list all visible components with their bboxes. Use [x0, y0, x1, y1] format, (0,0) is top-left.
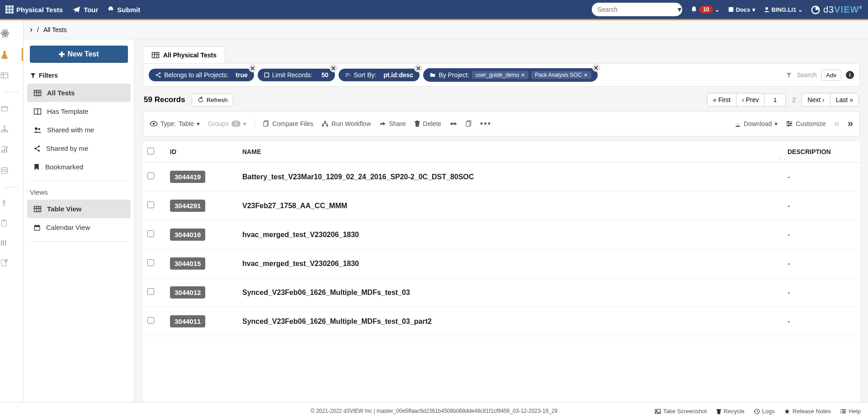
share-button[interactable]: Share: [379, 120, 406, 127]
row-name[interactable]: Synced_V23Feb06_1626_Multiple_MDFs_test_…: [238, 278, 783, 307]
global-search[interactable]: ▼: [592, 3, 682, 16]
pager-next[interactable]: Next ›: [802, 93, 830, 107]
scroll-right-icon[interactable]: »: [848, 118, 853, 130]
app-title[interactable]: Physical Tests: [5, 5, 63, 14]
row-checkbox[interactable]: [147, 201, 154, 208]
id-badge[interactable]: 3044012: [170, 286, 205, 299]
tour-button[interactable]: Tour: [72, 6, 98, 14]
workflow-button[interactable]: Run Workflow: [321, 120, 371, 127]
rail-atom[interactable]: [0, 28, 23, 38]
tab-all-physical-tests[interactable]: All Physical Tests: [143, 47, 225, 63]
chip-close-icon[interactable]: ✕: [330, 64, 338, 72]
left-panel: ✚ New Test Filters All Tests Has Templat…: [24, 20, 135, 402]
rail-edit[interactable]: [0, 259, 23, 267]
type-selector[interactable]: Type: Table ▾: [150, 120, 200, 127]
new-test-button[interactable]: ✚ New Test: [30, 46, 128, 63]
chip-project[interactable]: By Project: user_guide_demo ✕ Pack Analy…: [423, 68, 597, 82]
rail-box[interactable]: [0, 104, 23, 113]
pager-current[interactable]: [764, 93, 786, 107]
row-checkbox[interactable]: [147, 288, 154, 295]
id-badge[interactable]: 3044291: [170, 200, 205, 212]
delete-button[interactable]: Delete: [414, 120, 441, 127]
id-badge[interactable]: 3044016: [170, 229, 205, 241]
logo[interactable]: d3VIEW®: [811, 5, 863, 15]
svg-point-42: [38, 128, 41, 130]
col-description[interactable]: DESCRIPTION: [783, 141, 860, 163]
groups-selector[interactable]: Groups 0 ▾: [208, 120, 247, 127]
info-icon[interactable]: i: [846, 71, 854, 79]
rail-db[interactable]: [0, 166, 23, 175]
chip-close-icon[interactable]: ✕: [414, 64, 422, 72]
more-button[interactable]: •••: [480, 119, 491, 129]
row-name[interactable]: Battery_test_V23Mar10_1209_02_24_2016_SP…: [238, 163, 783, 191]
docs-menu[interactable]: Docs ▾: [728, 6, 755, 13]
chip-limit[interactable]: Limit Records: 50 ✕: [258, 69, 335, 81]
row-name[interactable]: V23Feb27_1758_AA_CC_MMM: [238, 191, 783, 220]
global-search-input[interactable]: [597, 6, 676, 13]
id-badge[interactable]: 3044011: [170, 315, 205, 327]
chip-close-icon[interactable]: ✕: [249, 64, 257, 72]
copy-button[interactable]: [466, 120, 472, 127]
caret-down-icon: ▾: [774, 120, 778, 127]
row-checkbox[interactable]: [147, 259, 154, 266]
row-name[interactable]: Synced_V23Feb06_1626_Multiple_MDFs_test_…: [238, 307, 783, 336]
chip-belongs[interactable]: Belongs to all Projects: true ✕: [149, 69, 254, 81]
view-calendar[interactable]: Calendar View: [27, 218, 131, 237]
col-id[interactable]: ID: [165, 141, 238, 163]
rail-table[interactable]: [0, 71, 23, 80]
search-dropdown-icon[interactable]: ▼: [676, 6, 683, 13]
svg-line-47: [36, 149, 38, 150]
rail-rocket[interactable]: [0, 199, 23, 207]
row-checkbox[interactable]: [147, 317, 154, 324]
table-row[interactable]: 3044419 Battery_test_V23Mar10_1209_02_24…: [143, 163, 860, 191]
table-row[interactable]: 3044012 Synced_V23Feb06_1626_Multiple_MD…: [143, 278, 860, 307]
id-badge[interactable]: 3044015: [170, 257, 205, 270]
expand-button[interactable]: [449, 121, 458, 126]
row-checkbox[interactable]: [147, 173, 154, 179]
breadcrumb-current[interactable]: All Tests: [43, 26, 67, 33]
select-all-checkbox[interactable]: [147, 148, 154, 154]
filter-has-template[interactable]: Has Template: [27, 102, 131, 121]
tag-remove-icon[interactable]: ✕: [584, 72, 588, 78]
row-name[interactable]: hvac_merged_test_V230206_1830: [238, 249, 783, 278]
refresh-button[interactable]: Refresh: [192, 93, 234, 107]
breadcrumb-back-icon[interactable]: ›: [30, 25, 33, 34]
rail-tree[interactable]: [0, 125, 23, 134]
rail-bars[interactable]: [0, 239, 23, 247]
submit-button[interactable]: Submit: [107, 6, 140, 14]
rail-flask[interactable]: [0, 50, 23, 59]
table-row[interactable]: 3044291 V23Feb27_1758_AA_CC_MMM -: [143, 191, 860, 220]
chip-close-icon[interactable]: ✕: [592, 64, 600, 72]
svg-rect-35: [34, 90, 41, 96]
row-checkbox[interactable]: [147, 230, 154, 237]
pager-first[interactable]: « First: [707, 93, 736, 107]
customize-button[interactable]: Customize: [786, 120, 826, 127]
table-row[interactable]: 3044015 hvac_merged_test_V230206_1830 -: [143, 249, 860, 278]
view-table[interactable]: Table View: [27, 200, 131, 218]
filter-shared-by-me[interactable]: Shared by me: [27, 139, 131, 158]
user-menu[interactable]: BING.LI1 ⌄: [764, 6, 803, 13]
col-name[interactable]: NAME⋰: [238, 141, 783, 163]
compare-button[interactable]: Compare Files: [263, 120, 313, 127]
download-button[interactable]: Download ▾: [735, 120, 778, 127]
adv-button[interactable]: Adv: [821, 70, 841, 81]
rail-chart[interactable]: [0, 145, 23, 154]
chevron-down-icon: ⌄: [715, 6, 720, 13]
filter-shared-with-me[interactable]: Shared with me: [27, 121, 131, 139]
pager-last[interactable]: Last »: [830, 93, 859, 107]
project-tag[interactable]: user_guide_demo ✕: [472, 71, 528, 79]
notifications[interactable]: 10 ⌄: [690, 6, 719, 13]
tag-remove-icon[interactable]: ✕: [521, 72, 525, 78]
pager-prev[interactable]: ‹ Prev: [736, 93, 764, 107]
rail-clip[interactable]: [0, 219, 23, 227]
project-tag[interactable]: Pack Analysis SOC ✕: [531, 71, 591, 79]
table-row[interactable]: 3044016 hvac_merged_test_V230206_1830 -: [143, 220, 860, 249]
row-name[interactable]: hvac_merged_test_V230206_1830: [238, 220, 783, 249]
filter-bookmarked[interactable]: Bookmarked: [27, 158, 131, 176]
scroll-left-icon[interactable]: «: [834, 118, 840, 130]
chip-sort[interactable]: Sort By: pt.id:desc ✕: [339, 69, 420, 81]
table-row[interactable]: 3044011 Synced_V23Feb06_1626_Multiple_MD…: [143, 307, 860, 336]
files-icon: [263, 120, 269, 127]
id-badge[interactable]: 3044419: [170, 171, 205, 183]
filter-all-tests[interactable]: All Tests: [27, 84, 131, 102]
